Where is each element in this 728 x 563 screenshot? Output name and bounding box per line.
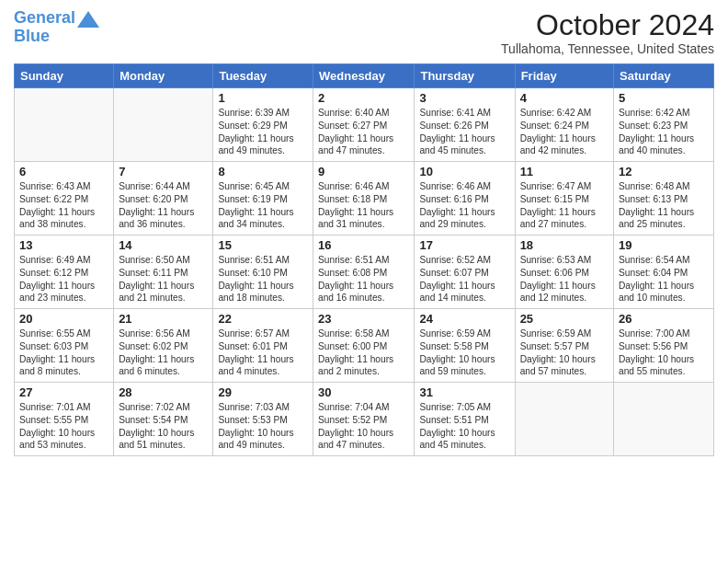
calendar-cell: 26Sunrise: 7:00 AM Sunset: 5:56 PM Dayli… xyxy=(614,309,714,383)
logo: General Blue xyxy=(14,9,99,46)
day-number: 30 xyxy=(318,385,409,399)
calendar-cell: 16Sunrise: 6:51 AM Sunset: 6:08 PM Dayli… xyxy=(313,236,415,309)
day-info: Sunrise: 6:56 AM Sunset: 6:02 PM Dayligh… xyxy=(119,327,208,378)
day-info: Sunrise: 7:01 AM Sunset: 5:55 PM Dayligh… xyxy=(19,401,108,452)
calendar-header-row: Sunday Monday Tuesday Wednesday Thursday… xyxy=(15,64,714,88)
calendar-cell: 14Sunrise: 6:50 AM Sunset: 6:11 PM Dayli… xyxy=(114,236,213,309)
day-info: Sunrise: 7:04 AM Sunset: 5:52 PM Dayligh… xyxy=(318,401,409,452)
day-number: 4 xyxy=(520,91,609,105)
calendar-cell xyxy=(114,88,213,162)
calendar-week-1: 6Sunrise: 6:43 AM Sunset: 6:22 PM Daylig… xyxy=(15,162,714,236)
day-number: 15 xyxy=(218,238,308,252)
day-number: 11 xyxy=(520,165,609,178)
calendar-cell: 15Sunrise: 6:51 AM Sunset: 6:10 PM Dayli… xyxy=(213,236,313,309)
calendar-week-2: 13Sunrise: 6:49 AM Sunset: 6:12 PM Dayli… xyxy=(15,236,714,309)
calendar-cell xyxy=(15,88,114,162)
day-info: Sunrise: 7:03 AM Sunset: 5:53 PM Dayligh… xyxy=(218,401,308,452)
calendar-cell: 21Sunrise: 6:56 AM Sunset: 6:02 PM Dayli… xyxy=(114,309,213,383)
calendar-week-3: 20Sunrise: 6:55 AM Sunset: 6:03 PM Dayli… xyxy=(15,309,714,383)
day-info: Sunrise: 6:46 AM Sunset: 6:18 PM Dayligh… xyxy=(318,180,409,231)
day-number: 10 xyxy=(419,165,509,178)
calendar-week-0: 1Sunrise: 6:39 AM Sunset: 6:29 PM Daylig… xyxy=(15,88,714,162)
calendar-cell xyxy=(515,383,613,456)
day-info: Sunrise: 6:45 AM Sunset: 6:19 PM Dayligh… xyxy=(218,180,308,231)
day-number: 22 xyxy=(218,312,308,326)
day-info: Sunrise: 6:42 AM Sunset: 6:23 PM Dayligh… xyxy=(619,107,709,157)
day-info: Sunrise: 6:47 AM Sunset: 6:15 PM Dayligh… xyxy=(520,180,609,231)
calendar-body: 1Sunrise: 6:39 AM Sunset: 6:29 PM Daylig… xyxy=(15,88,714,456)
col-thursday: Thursday xyxy=(415,64,515,88)
day-number: 7 xyxy=(119,165,208,178)
page: General Blue October 2024 Tullahoma, Ten… xyxy=(0,0,728,563)
day-number: 12 xyxy=(619,165,709,178)
day-number: 31 xyxy=(419,385,509,399)
day-number: 5 xyxy=(619,91,709,105)
day-info: Sunrise: 6:58 AM Sunset: 6:00 PM Dayligh… xyxy=(318,327,409,378)
calendar: Sunday Monday Tuesday Wednesday Thursday… xyxy=(14,63,714,456)
calendar-cell: 4Sunrise: 6:42 AM Sunset: 6:24 PM Daylig… xyxy=(515,88,613,162)
calendar-cell: 8Sunrise: 6:45 AM Sunset: 6:19 PM Daylig… xyxy=(213,162,313,236)
calendar-cell: 6Sunrise: 6:43 AM Sunset: 6:22 PM Daylig… xyxy=(15,162,114,236)
day-number: 23 xyxy=(318,312,409,326)
col-tuesday: Tuesday xyxy=(213,64,313,88)
calendar-cell: 22Sunrise: 6:57 AM Sunset: 6:01 PM Dayli… xyxy=(213,309,313,383)
svg-marker-0 xyxy=(77,11,99,28)
calendar-cell: 27Sunrise: 7:01 AM Sunset: 5:55 PM Dayli… xyxy=(15,383,114,456)
calendar-cell: 2Sunrise: 6:40 AM Sunset: 6:27 PM Daylig… xyxy=(313,88,415,162)
day-info: Sunrise: 6:40 AM Sunset: 6:27 PM Dayligh… xyxy=(318,107,409,157)
day-number: 24 xyxy=(419,312,509,326)
col-saturday: Saturday xyxy=(614,64,714,88)
day-info: Sunrise: 6:59 AM Sunset: 5:57 PM Dayligh… xyxy=(520,327,609,378)
day-number: 8 xyxy=(218,165,308,178)
day-number: 6 xyxy=(19,165,108,178)
day-number: 20 xyxy=(19,312,108,326)
calendar-cell: 11Sunrise: 6:47 AM Sunset: 6:15 PM Dayli… xyxy=(515,162,613,236)
col-friday: Friday xyxy=(515,64,613,88)
day-number: 27 xyxy=(19,385,108,399)
day-info: Sunrise: 7:05 AM Sunset: 5:51 PM Dayligh… xyxy=(419,401,509,452)
title-block: October 2024 Tullahoma, Tennessee, Unite… xyxy=(501,9,714,56)
day-number: 21 xyxy=(119,312,208,326)
calendar-cell: 20Sunrise: 6:55 AM Sunset: 6:03 PM Dayli… xyxy=(15,309,114,383)
location: Tullahoma, Tennessee, United States xyxy=(501,41,714,56)
day-number: 25 xyxy=(520,312,609,326)
logo-text: General Blue xyxy=(14,9,75,46)
day-number: 9 xyxy=(318,165,409,178)
day-info: Sunrise: 6:54 AM Sunset: 6:04 PM Dayligh… xyxy=(619,254,709,304)
day-info: Sunrise: 6:51 AM Sunset: 6:08 PM Dayligh… xyxy=(318,254,409,304)
logo-blue: Blue xyxy=(14,27,50,45)
calendar-cell: 1Sunrise: 6:39 AM Sunset: 6:29 PM Daylig… xyxy=(213,88,313,162)
calendar-cell: 12Sunrise: 6:48 AM Sunset: 6:13 PM Dayli… xyxy=(614,162,714,236)
calendar-cell: 5Sunrise: 6:42 AM Sunset: 6:23 PM Daylig… xyxy=(614,88,714,162)
calendar-cell: 9Sunrise: 6:46 AM Sunset: 6:18 PM Daylig… xyxy=(313,162,415,236)
day-number: 3 xyxy=(419,91,509,105)
calendar-cell: 25Sunrise: 6:59 AM Sunset: 5:57 PM Dayli… xyxy=(515,309,613,383)
day-info: Sunrise: 6:41 AM Sunset: 6:26 PM Dayligh… xyxy=(419,107,509,157)
day-info: Sunrise: 6:48 AM Sunset: 6:13 PM Dayligh… xyxy=(619,180,709,231)
day-info: Sunrise: 6:57 AM Sunset: 6:01 PM Dayligh… xyxy=(218,327,308,378)
day-info: Sunrise: 6:39 AM Sunset: 6:29 PM Dayligh… xyxy=(218,107,308,157)
calendar-cell: 23Sunrise: 6:58 AM Sunset: 6:00 PM Dayli… xyxy=(313,309,415,383)
calendar-cell xyxy=(614,383,714,456)
col-wednesday: Wednesday xyxy=(313,64,415,88)
month-title: October 2024 xyxy=(501,9,714,41)
day-info: Sunrise: 6:43 AM Sunset: 6:22 PM Dayligh… xyxy=(19,180,108,231)
day-number: 16 xyxy=(318,238,409,252)
day-number: 19 xyxy=(619,238,709,252)
calendar-cell: 31Sunrise: 7:05 AM Sunset: 5:51 PM Dayli… xyxy=(415,383,515,456)
day-info: Sunrise: 6:59 AM Sunset: 5:58 PM Dayligh… xyxy=(419,327,509,378)
day-number: 13 xyxy=(19,238,108,252)
day-number: 18 xyxy=(520,238,609,252)
col-sunday: Sunday xyxy=(15,64,114,88)
day-number: 1 xyxy=(218,91,308,105)
day-number: 28 xyxy=(119,385,208,399)
calendar-cell: 29Sunrise: 7:03 AM Sunset: 5:53 PM Dayli… xyxy=(213,383,313,456)
logo-general: General xyxy=(14,8,75,27)
calendar-cell: 24Sunrise: 6:59 AM Sunset: 5:58 PM Dayli… xyxy=(415,309,515,383)
calendar-cell: 30Sunrise: 7:04 AM Sunset: 5:52 PM Dayli… xyxy=(313,383,415,456)
header: General Blue October 2024 Tullahoma, Ten… xyxy=(14,9,714,56)
calendar-cell: 18Sunrise: 6:53 AM Sunset: 6:06 PM Dayli… xyxy=(515,236,613,309)
day-number: 29 xyxy=(218,385,308,399)
logo-icon xyxy=(77,11,99,28)
day-info: Sunrise: 6:44 AM Sunset: 6:20 PM Dayligh… xyxy=(119,180,208,231)
